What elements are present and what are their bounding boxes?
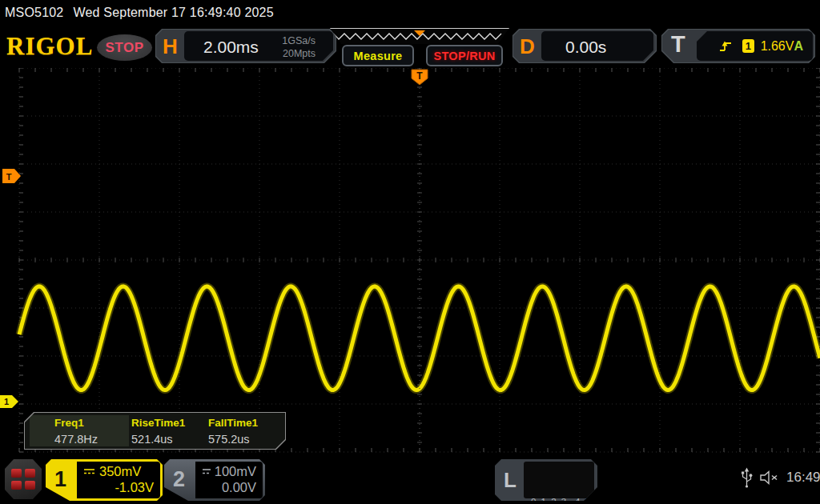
title-bar: MSO5102Wed September 17 16:49:40 2025 bbox=[0, 0, 820, 24]
memory-depth: 20Mpts bbox=[282, 47, 316, 60]
channel1-button[interactable]: 1 350mV -1.03V bbox=[46, 459, 163, 501]
timebase-value: 2.00ms bbox=[203, 38, 259, 57]
delay-settings-button[interactable]: D 0.00s bbox=[512, 29, 657, 63]
oscilloscope-screen: MSO5102Wed September 17 16:49:40 2025 RI… bbox=[0, 0, 820, 504]
measurement-panel[interactable]: Freq1 477.8Hz RiseTime1 521.4us FallTime… bbox=[24, 412, 286, 450]
model-name: MSO5102 bbox=[5, 6, 63, 19]
stop-run-button[interactable]: STOP/RUN bbox=[426, 45, 503, 66]
logic-channel-list: 0 1 2 3 4 5 6 7 8 9 1011 12131415 bbox=[524, 462, 594, 498]
measurement-item-freq[interactable]: Freq1 477.8Hz bbox=[54, 417, 131, 446]
preview-zigzag-icon bbox=[330, 29, 509, 44]
horizontal-settings-button[interactable]: H 2.00ms 1GSa/s 20Mpts bbox=[155, 29, 336, 63]
logic-channels-button[interactable]: L 0 1 2 3 4 5 6 7 8 9 1011 12131415 bbox=[495, 459, 597, 501]
menu-button[interactable] bbox=[5, 459, 42, 499]
channel1-scale: 350mV bbox=[99, 464, 141, 479]
logic-row-0-7: 0 1 2 3 4 5 6 7 bbox=[531, 494, 594, 504]
channel1-readout: 350mV -1.03V bbox=[77, 462, 160, 498]
measure-button[interactable]: Measure bbox=[342, 45, 414, 66]
logic-label: L bbox=[504, 468, 517, 493]
channel1-trace bbox=[19, 286, 820, 390]
graticule-area: TT1 Freq1 477.8Hz RiseTime1 521.4us Fall… bbox=[0, 68, 820, 453]
sample-rate: 1GSa/s bbox=[282, 34, 316, 47]
trigger-label: T bbox=[671, 31, 685, 58]
trigger-source-badge: 1 bbox=[742, 39, 754, 53]
rising-edge-icon bbox=[718, 38, 731, 54]
measurement-item-falltime[interactable]: FallTime1 575.2us bbox=[208, 417, 284, 446]
trigger-level-marker[interactable] bbox=[2, 169, 21, 183]
horizontal-panel: 2.00ms 1GSa/s 20Mpts bbox=[184, 31, 333, 61]
waveform-display[interactable]: TT1 bbox=[0, 68, 820, 453]
svg-text:1: 1 bbox=[4, 397, 9, 406]
usb-icon[interactable] bbox=[741, 467, 753, 488]
rigol-logo: RIGOL bbox=[6, 32, 93, 61]
channel2-number: 2 bbox=[173, 467, 185, 492]
waveform-preview-strip[interactable] bbox=[330, 28, 509, 44]
svg-text:T: T bbox=[416, 70, 423, 82]
clock: 16:49 bbox=[786, 470, 820, 486]
status-tray: 16:49 bbox=[741, 467, 820, 488]
channel1-ground-marker[interactable] bbox=[0, 395, 18, 408]
bottom-bar: 1 350mV -1.03V 2 bbox=[0, 453, 820, 504]
trigger-mode: A bbox=[794, 39, 803, 54]
horizontal-label: H bbox=[163, 34, 178, 59]
speaker-muted-icon[interactable] bbox=[759, 470, 780, 486]
toolbar: RIGOL STOP H 2.00ms 1GSa/s 20Mpts Measur… bbox=[0, 24, 820, 68]
measurement-item-risetime[interactable]: RiseTime1 521.4us bbox=[131, 417, 207, 446]
channel2-button[interactable]: 2 100mV 0.00V bbox=[164, 459, 265, 501]
trigger-settings-button[interactable]: T 1 1.66V A bbox=[661, 29, 815, 63]
channel1-offset: -1.03V bbox=[83, 480, 154, 495]
delay-panel: 0.00s bbox=[541, 31, 653, 61]
sample-rate-block: 1GSa/s 20Mpts bbox=[282, 34, 316, 60]
channel2-readout: 100mV 0.00V bbox=[195, 462, 263, 498]
trigger-panel: 1 1.66V A bbox=[697, 31, 813, 61]
dc-coupling-icon bbox=[83, 468, 95, 475]
measurement-panel-body: Freq1 477.8Hz RiseTime1 521.4us FallTime… bbox=[25, 413, 285, 449]
delay-label: D bbox=[520, 34, 535, 59]
svg-text:T: T bbox=[6, 172, 12, 182]
preview-trigger-marker-icon bbox=[414, 30, 425, 36]
channel1-number: 1 bbox=[54, 467, 66, 492]
dc-coupling-icon bbox=[202, 468, 211, 475]
acquisition-status-badge: STOP bbox=[97, 34, 152, 61]
channel2-offset: 0.00V bbox=[202, 480, 256, 495]
channel2-scale: 100mV bbox=[215, 464, 256, 479]
delay-value: 0.00s bbox=[565, 38, 606, 57]
datetime: Wed September 17 16:49:40 2025 bbox=[73, 6, 273, 19]
trigger-level-value: 1.66V bbox=[761, 39, 794, 54]
grid-menu-icon bbox=[11, 469, 35, 490]
